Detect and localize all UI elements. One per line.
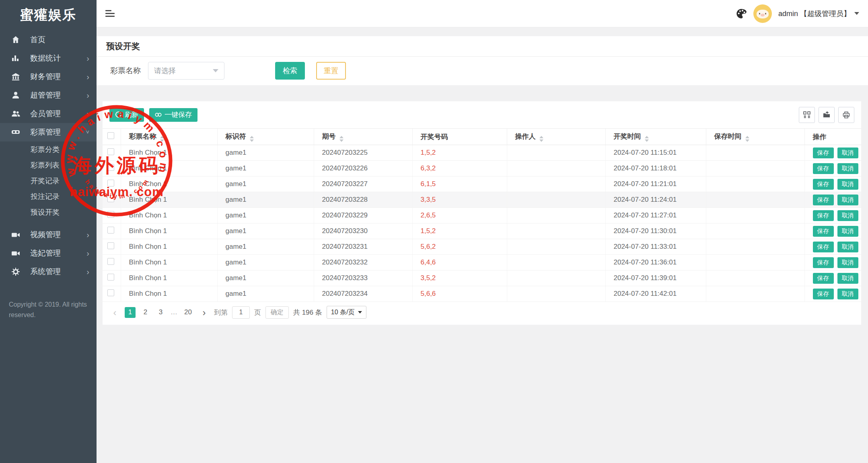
- export-button[interactable]: [819, 107, 835, 123]
- avatar[interactable]: [753, 4, 772, 23]
- sort-icon[interactable]: [160, 136, 164, 142]
- row-checkbox[interactable]: [107, 148, 114, 155]
- sidebar-item-superadmin[interactable]: 超管管理 ›: [0, 86, 97, 104]
- chevron-right-icon: ›: [86, 110, 89, 118]
- sort-icon[interactable]: [539, 136, 543, 142]
- lottery-name-select[interactable]: 请选择: [148, 62, 224, 80]
- sidebar-item-members[interactable]: 会员管理 ›: [0, 104, 97, 123]
- row-cancel-button[interactable]: 取消: [837, 273, 858, 284]
- sort-icon[interactable]: [645, 136, 649, 142]
- table-row: Bình Chọn 1game12024072032276,1,52024-07…: [103, 176, 861, 192]
- sidebar-item-lottery[interactable]: 彩票管理 ˅: [0, 123, 97, 141]
- row-checkbox-cell: [103, 145, 121, 161]
- pagination: ‹ 1 2 3 … 20 › 到第 页 确定 共 196 条 10 条/页: [103, 302, 861, 323]
- cell-operator: [507, 192, 605, 208]
- page-button-3[interactable]: 3: [155, 307, 166, 318]
- cell-lottery-name: Bình Chọn 1: [121, 239, 217, 255]
- row-cancel-button[interactable]: 取消: [837, 163, 858, 174]
- row-save-button[interactable]: 保存: [813, 210, 834, 221]
- sidebar-subitem-preset-draw[interactable]: 预设开奖: [0, 204, 97, 220]
- sidebar-item-finance[interactable]: 财务管理 ›: [0, 68, 97, 86]
- row-save-button[interactable]: 保存: [813, 289, 834, 299]
- sort-icon[interactable]: [250, 136, 254, 142]
- col-header-lottery-name[interactable]: 彩票名称: [121, 129, 217, 145]
- video-camera-icon: [11, 249, 20, 258]
- theme-palette-icon[interactable]: [736, 8, 747, 19]
- row-save-button[interactable]: 保存: [813, 242, 834, 252]
- row-save-button[interactable]: 保存: [813, 257, 834, 268]
- row-cancel-button[interactable]: 取消: [837, 179, 858, 190]
- row-checkbox[interactable]: [107, 180, 114, 186]
- page-size-select[interactable]: 10 条/页: [327, 306, 367, 319]
- batch-save-button[interactable]: 一键保存: [149, 108, 197, 122]
- row-checkbox[interactable]: [107, 274, 114, 281]
- row-cancel-button[interactable]: 取消: [837, 242, 858, 252]
- row-checkbox[interactable]: [107, 164, 114, 171]
- table-card: 刷新 一键保存 彩票名称 标识符: [103, 101, 861, 325]
- cell-draw-numbers: 1,5,2: [412, 223, 507, 239]
- sidebar-subitem-lottery-list[interactable]: 彩票列表: [0, 157, 97, 173]
- row-cancel-button[interactable]: 取消: [837, 289, 858, 299]
- table-row: Bình Chọn 1game12024072032333,5,22024-07…: [103, 270, 861, 286]
- select-all-checkbox[interactable]: [107, 132, 114, 139]
- col-header-save-time[interactable]: 保存时间: [706, 129, 804, 145]
- row-checkbox[interactable]: [107, 242, 114, 249]
- sidebar-item-home[interactable]: 首页: [0, 31, 97, 49]
- reset-button[interactable]: 重置: [316, 62, 346, 80]
- col-header-identifier[interactable]: 标识符: [217, 129, 314, 145]
- sidebar-item-video[interactable]: 视频管理 ›: [0, 225, 97, 244]
- sidebar-item-system[interactable]: 系统管理 ›: [0, 262, 97, 281]
- cell-identifier: game1: [217, 270, 314, 286]
- table-row: Bình Chọn 1game12024072032315,6,22024-07…: [103, 239, 861, 255]
- goto-page-input[interactable]: [232, 306, 250, 319]
- page-button-20[interactable]: 20: [182, 307, 194, 318]
- row-save-button[interactable]: 保存: [813, 179, 834, 190]
- col-header-draw-time[interactable]: 开奖时间: [605, 129, 706, 145]
- columns-toggle-button[interactable]: [799, 107, 815, 123]
- row-cancel-button[interactable]: 取消: [837, 195, 858, 205]
- row-checkbox[interactable]: [107, 195, 114, 202]
- cell-draw-time: 2024-07-20 11:39:01: [605, 270, 706, 286]
- sidebar-subitem-draw-records[interactable]: 开奖记录: [0, 173, 97, 188]
- cell-issue: 202407203232: [314, 255, 412, 270]
- row-save-button[interactable]: 保存: [813, 195, 834, 205]
- row-checkbox[interactable]: [107, 258, 114, 265]
- goto-confirm-button[interactable]: 确定: [265, 306, 289, 319]
- sidebar-subitem-lottery-category[interactable]: 彩票分类: [0, 141, 97, 157]
- cell-operator: [507, 255, 605, 270]
- page-button-1[interactable]: 1: [125, 307, 136, 318]
- sidebar-toggle-icon[interactable]: [105, 8, 116, 18]
- row-save-button[interactable]: 保存: [813, 163, 834, 174]
- col-header-issue[interactable]: 期号: [314, 129, 412, 145]
- search-button[interactable]: 检索: [275, 62, 305, 80]
- row-save-button[interactable]: 保存: [813, 226, 834, 237]
- row-checkbox[interactable]: [107, 211, 114, 218]
- cell-save-time: [706, 176, 804, 192]
- row-cancel-button[interactable]: 取消: [837, 210, 858, 221]
- header-panel: 预设开奖 彩票名称 请选择 检索 重置: [97, 36, 868, 85]
- sort-icon[interactable]: [339, 136, 343, 142]
- prev-page-button[interactable]: ‹: [109, 307, 120, 318]
- row-checkbox[interactable]: [107, 227, 114, 234]
- row-cancel-button[interactable]: 取消: [837, 226, 858, 237]
- row-checkbox[interactable]: [107, 289, 114, 296]
- cell-actions: 保存取消: [804, 223, 861, 239]
- cell-actions: 保存取消: [804, 286, 861, 302]
- page-button-2[interactable]: 2: [140, 307, 151, 318]
- sidebar-item-statistics[interactable]: 数据统计 ›: [0, 49, 97, 68]
- refresh-button[interactable]: 刷新: [109, 108, 144, 122]
- row-cancel-button[interactable]: 取消: [837, 148, 858, 158]
- row-cancel-button[interactable]: 取消: [837, 257, 858, 268]
- col-header-operator[interactable]: 操作人: [507, 129, 605, 145]
- row-save-button[interactable]: 保存: [813, 148, 834, 158]
- user-menu[interactable]: admin 【超级管理员】: [778, 9, 859, 18]
- sort-icon[interactable]: [745, 136, 749, 142]
- sidebar-item-concubine[interactable]: 选妃管理 ›: [0, 244, 97, 262]
- subitem-label: 投注记录: [31, 192, 60, 201]
- row-save-button[interactable]: 保存: [813, 273, 834, 284]
- cell-issue: 202407203229: [314, 208, 412, 223]
- table-body: Bình Chọn 1game12024072032251,5,22024-07…: [103, 145, 861, 302]
- sidebar-subitem-bet-records[interactable]: 投注记录: [0, 188, 97, 204]
- next-page-button[interactable]: ›: [199, 307, 210, 318]
- print-button[interactable]: [838, 107, 854, 123]
